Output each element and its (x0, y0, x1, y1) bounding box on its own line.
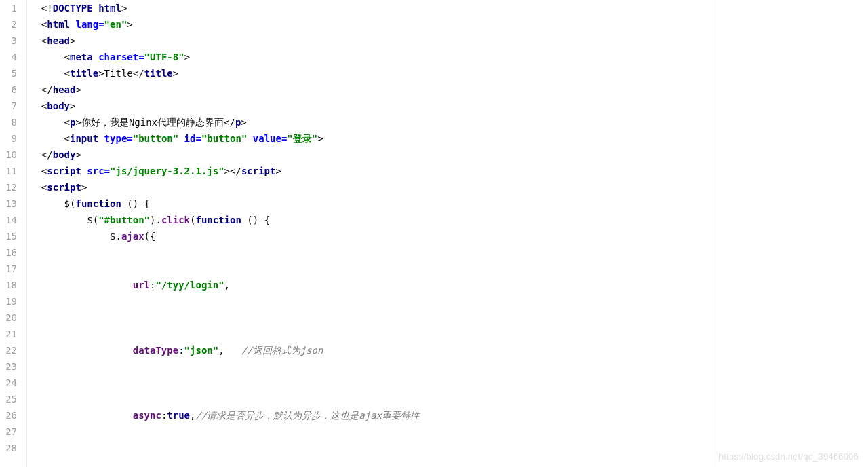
line-number: 16 (0, 244, 22, 261)
code-line[interactable]: async:true,//请求是否异步，默认为异步，这也是ajax重要特性 (30, 407, 868, 424)
line-number: 11 (0, 163, 22, 179)
code-line[interactable]: $.ajax({ url:"/tyy/login", dataType:"jso… (30, 228, 868, 244)
line-number-gutter: 1234567891011121314151617181920212223242… (0, 0, 27, 467)
line-number: 12 (0, 179, 22, 195)
line-number: 3 (0, 33, 22, 49)
code-line[interactable]: $("#button").click(function () { (30, 212, 868, 228)
code-line[interactable]: <script src="js/jquery-3.2.1.js"></scrip… (30, 163, 868, 179)
line-number: 13 (0, 195, 22, 212)
line-number: 1 (0, 0, 22, 16)
line-number: 19 (0, 293, 22, 310)
line-number: 25 (0, 391, 22, 407)
watermark-text: https://blog.csdn.net/qq_39466006 (719, 451, 859, 462)
line-number: 20 (0, 310, 22, 326)
line-number: 27 (0, 424, 22, 440)
code-line[interactable]: url:"/tyy/login", (30, 277, 868, 293)
line-number: 4 (0, 49, 22, 65)
line-number: 17 (0, 261, 22, 277)
code-line[interactable]: <body> (30, 98, 868, 114)
code-line[interactable]: <meta charset="UTF-8"> (30, 49, 868, 65)
line-number: 10 (0, 147, 22, 163)
line-number: 6 (0, 81, 22, 98)
code-line[interactable]: <input type="button" id="button" value="… (30, 130, 868, 147)
code-editor[interactable]: 1234567891011121314151617181920212223242… (0, 0, 868, 467)
line-number: 7 (0, 98, 22, 114)
line-number: 23 (0, 358, 22, 375)
line-number: 14 (0, 212, 22, 228)
code-line[interactable]: dataType:"json", //返回格式为json (30, 342, 868, 358)
line-number: 8 (0, 114, 22, 130)
line-number: 9 (0, 130, 22, 147)
code-line[interactable]: <script> (30, 179, 868, 195)
code-area[interactable]: <!DOCTYPE html> <html lang="en"> <head> … (27, 0, 868, 467)
code-line[interactable]: <!DOCTYPE html> (30, 0, 868, 16)
code-line[interactable]: </body> (30, 147, 868, 163)
code-line[interactable]: <title>Title</title> (30, 65, 868, 81)
code-line[interactable]: <p>你好，我是Nginx代理的静态界面</p> (30, 114, 868, 130)
line-number: 22 (0, 342, 22, 358)
line-number: 15 (0, 228, 22, 244)
line-number: 26 (0, 407, 22, 424)
line-number: 24 (0, 375, 22, 391)
code-line[interactable]: </head> (30, 81, 868, 98)
line-number: 18 (0, 277, 22, 293)
line-number: 28 (0, 440, 22, 456)
line-number: 5 (0, 65, 22, 81)
code-line[interactable]: <head> (30, 33, 868, 49)
line-number: 21 (0, 326, 22, 342)
line-number: 2 (0, 16, 22, 33)
code-line[interactable]: <html lang="en"> (30, 16, 868, 33)
code-line[interactable]: $(function () { (30, 195, 868, 212)
code-lines[interactable]: <!DOCTYPE html> <html lang="en"> <head> … (30, 0, 868, 244)
